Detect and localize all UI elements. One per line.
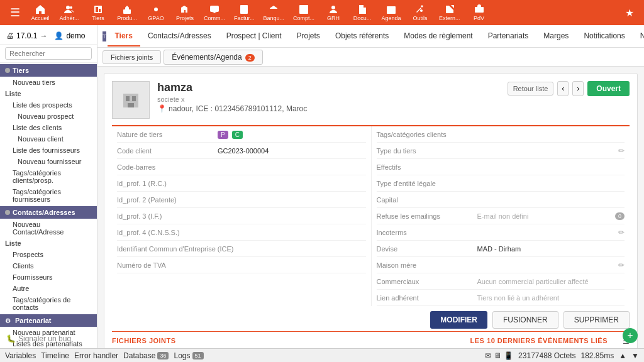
nav-pdv[interactable]: PdV (465, 2, 493, 24)
nav-banque[interactable]: Banqu... (260, 2, 289, 24)
nav-adher[interactable]: Adhér... (55, 2, 83, 24)
sidebar-item-tags-contacts[interactable]: Tags/catégories de contacts (0, 294, 97, 313)
statusbar: Variables Timeline Error handler Databas… (0, 348, 644, 362)
action-buttons: MODIFIER FUSIONNER SUPPRIMER (112, 306, 630, 331)
field-capital: Capital (377, 192, 625, 208)
version-label: 17.0.1 (16, 31, 37, 40)
prev-nav-button[interactable]: ‹ (557, 81, 569, 96)
svg-rect-21 (475, 7, 484, 13)
tab-notifications[interactable]: Notifications (576, 26, 632, 47)
field-code-client: Code client GC2023-000004 (117, 143, 366, 159)
statusbar-logs[interactable]: Logs 51 (174, 351, 203, 360)
add-button[interactable]: + (623, 328, 638, 343)
bug-report[interactable]: 🐛 Signaler un bug (0, 332, 97, 346)
search-input[interactable] (5, 47, 92, 60)
sidebar-item-nouveau-tiers[interactable]: Nouveau tiers (0, 77, 97, 88)
nav-outils[interactable]: Outils (406, 2, 434, 24)
sidebar-item-tags-fournisseurs[interactable]: Tags/catégories fournisseurs (0, 186, 97, 205)
svg-rect-5 (123, 9, 131, 14)
nav-compta[interactable]: Compt... (289, 2, 318, 24)
printer-icon[interactable]: 🖨 (6, 31, 14, 40)
nav-grh[interactable]: GRH (319, 2, 347, 24)
sidebar-item-tags-clients[interactable]: Tags/catégories clients/prosp. (0, 167, 97, 186)
svg-rect-16 (387, 6, 396, 14)
sidebar-item-nouveau-client[interactable]: Nouveau client (0, 133, 97, 145)
nav-projets[interactable]: Projets (171, 2, 199, 24)
nav-arrow-icon[interactable]: → (40, 31, 47, 40)
statusbar-error-handler[interactable]: Error handler (74, 351, 118, 360)
svg-point-6 (154, 8, 158, 11)
nav-accueil[interactable]: Accueil (26, 2, 54, 24)
nav-factur[interactable]: Factur... (230, 2, 258, 24)
sidebar-item-clients[interactable]: Clients (0, 260, 97, 272)
sidebar-item-nouveau-prospect[interactable]: Nouveau prospect (0, 111, 97, 122)
status-button[interactable]: Ouvert (587, 81, 630, 96)
return-list-button[interactable]: Retour liste (508, 82, 554, 96)
statusbar-variables[interactable]: Variables (5, 351, 36, 360)
chevron-up-icon[interactable]: ▲ (619, 351, 626, 360)
fields-right: Tags/catégories clients Type du tiers ✏ … (371, 126, 630, 306)
nav-produits[interactable]: Produ... (113, 2, 141, 24)
chevron-down-icon[interactable]: ▼ (631, 351, 639, 360)
email-icon: ✉ (485, 351, 491, 360)
company-header: hamza societe x 📍 nadour, ICE : 01234567… (112, 81, 630, 119)
next-nav-button[interactable]: › (572, 81, 584, 96)
nav-extern[interactable]: Extern... (435, 2, 464, 24)
tab-objets[interactable]: Objets référents (328, 26, 396, 47)
statusbar-timeline[interactable]: Timeline (41, 351, 69, 360)
sidebar-item-liste-clients[interactable]: Liste des clients (0, 122, 97, 133)
emailings-badge: 0 (615, 212, 625, 220)
tab-marges[interactable]: Marges (536, 26, 576, 47)
tab-notes[interactable]: Notes (633, 26, 644, 47)
sidebar-item-autre[interactable]: Autre (0, 283, 97, 294)
statusbar-database[interactable]: Database 36 (123, 351, 169, 360)
nav-agenda[interactable]: Agenda (377, 2, 405, 24)
field-type-entite: Type d'entité légale (377, 175, 625, 192)
nav-gpao[interactable]: GPAO (142, 2, 170, 24)
edit-maison-mere-icon[interactable]: ✏ (618, 261, 625, 270)
sidebar-search-container (0, 45, 97, 63)
sidebar-item-nouveau-contact[interactable]: Nouveau Contact/Adresse (0, 219, 97, 238)
field-ice: Identifiant Commun d'Entreprise (ICE) (117, 241, 366, 257)
svg-rect-24 (132, 96, 136, 101)
sidebar-item-liste-fournisseurs[interactable]: Liste des fournisseurs (0, 145, 97, 156)
edit-type-tiers-icon[interactable]: ✏ (618, 146, 625, 155)
svg-point-15 (331, 6, 335, 9)
subtabs: Fichiers joints Événements/Agenda 2 (97, 48, 644, 67)
tab-modes-reglement[interactable]: Modes de règlement (396, 26, 480, 47)
subtab-evenements[interactable]: Événements/Agenda 2 (164, 50, 263, 65)
sidebar-item-nouveau-fournisseur[interactable]: Nouveau fournisseur (0, 156, 97, 167)
tab-tiers[interactable]: Tiers (108, 26, 140, 47)
supprimer-button[interactable]: SUPPRIMER (564, 311, 630, 329)
user-icon: 👤 (54, 31, 64, 40)
svg-rect-3 (96, 7, 98, 12)
navbar: ☰ Accueil Adhér... Tiers Produ... GPAO P… (0, 0, 644, 25)
fields-left: Nature de tiers P C Code client GC2023-0… (112, 126, 371, 306)
svg-point-1 (70, 6, 72, 9)
tab-projets[interactable]: Projets (289, 26, 328, 47)
field-maison-mere: Maison mère ✏ (377, 257, 625, 273)
tab-prospect-client[interactable]: Prospect | Client (219, 26, 289, 47)
nav-comm[interactable]: Comm... (200, 2, 229, 24)
star-icon[interactable]: ★ (620, 4, 639, 21)
field-effectifs: Effectifs (377, 159, 625, 175)
field-id-prof4: Id_prof. 4 (C.N.S.S.) (117, 224, 366, 241)
tab-contacts[interactable]: Contacts/Adresses (140, 26, 219, 47)
tab-partenariats[interactable]: Partenariats (480, 26, 536, 47)
sidebar-item-prospects[interactable]: Prospects (0, 249, 97, 260)
modifier-button[interactable]: MODIFIER (430, 311, 487, 329)
sidebar-item-fournisseurs[interactable]: Fournisseurs (0, 272, 97, 283)
edit-incoterms-icon[interactable]: ✏ (618, 228, 625, 237)
size-label: 23177488 Octets (518, 351, 575, 360)
nav-tiers[interactable]: Tiers (84, 2, 112, 24)
company-info: hamza societe x 📍 nadour, ICE : 01234567… (157, 81, 508, 113)
fusionner-button[interactable]: FUSIONNER (492, 311, 558, 329)
sidebar-item-liste-prospects[interactable]: Liste des prospects (0, 99, 97, 111)
subtab-fichiers[interactable]: Fichiers joints (103, 50, 161, 64)
badge-c: C (232, 131, 243, 139)
nav-docu[interactable]: Docu... (348, 2, 376, 24)
sidebar-user: 🖨 17.0.1 → 👤 demo (0, 28, 97, 45)
hamburger-icon[interactable]: ☰ (5, 3, 25, 22)
main-tabs: T Tiers Contacts/Adresses Prospect | Cli… (97, 25, 644, 48)
main-content: T Tiers Contacts/Adresses Prospect | Cli… (97, 25, 644, 348)
